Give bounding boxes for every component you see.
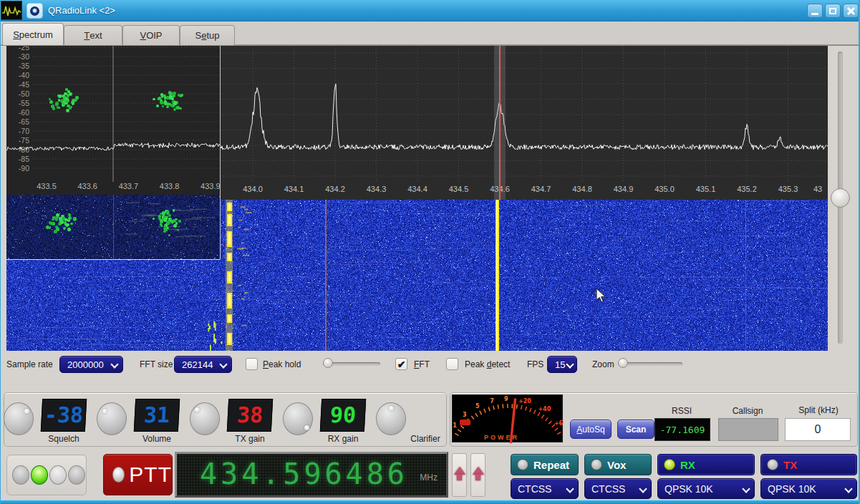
svg-text:1: 1 — [453, 422, 457, 429]
channel-led-2[interactable] — [31, 465, 48, 485]
radio-controls-panel: -38 Squelch 31 Volume 38 TX gain 90 RX g… — [1, 377, 860, 450]
freq-tick: 433.8 — [154, 182, 185, 190]
db-tick: -70 — [6, 127, 29, 135]
rssi-display: -77.1609 — [654, 418, 710, 441]
tone-tx-select[interactable]: CTCSS — [584, 478, 652, 499]
svg-text:9: 9 — [504, 396, 508, 402]
averaging-slider[interactable] — [323, 357, 380, 371]
constellation-dot — [55, 102, 59, 105]
frequency-unit: MHz — [420, 472, 438, 483]
db-tick: -85 — [6, 155, 29, 163]
minimize-icon — [811, 13, 818, 15]
svg-text:+40: +40 — [538, 406, 551, 412]
power-meter: 13579+20+40+60POWER — [452, 394, 563, 442]
peak-detect-checkbox[interactable] — [446, 358, 458, 370]
up-arrow-stem — [475, 474, 480, 480]
freq-tick-clipped: 43 — [813, 185, 828, 193]
close-button[interactable] — [843, 4, 859, 18]
clarifier-knob[interactable] — [376, 402, 406, 435]
freq-tick: 435.3 — [773, 185, 804, 193]
volume-knob[interactable] — [97, 402, 127, 435]
constellation-dot — [57, 106, 59, 108]
mode-rx-select[interactable]: QPSK 10K — [657, 478, 755, 499]
scan-label: Scan — [626, 425, 647, 435]
constellation-dot — [163, 212, 166, 215]
tone-rx-select[interactable]: CTCSS — [511, 478, 579, 499]
tab-setup[interactable]: Setup — [180, 25, 235, 45]
fft-size-value: 262144 — [182, 359, 213, 370]
app-logo-disc — [30, 6, 39, 16]
constellation-dot — [166, 210, 169, 213]
constellation-dot — [160, 93, 163, 96]
vertical-slider-handle[interactable] — [831, 188, 850, 208]
channel-led-1[interactable] — [12, 465, 29, 485]
maximize-button[interactable] — [825, 4, 841, 18]
frequency-up-button-2[interactable] — [470, 453, 485, 497]
rx-led-icon — [664, 459, 675, 470]
scan-button[interactable]: Scan — [617, 420, 654, 439]
ptt-button[interactable]: PTT — [103, 454, 173, 495]
secondary-waterfall[interactable] — [6, 195, 221, 260]
tx-toggle[interactable]: TX — [760, 454, 857, 475]
callsign-field[interactable] — [718, 418, 778, 441]
mode-tx-select[interactable]: QPSK 10K — [760, 478, 857, 499]
constellation-dot — [175, 218, 177, 220]
tab-voip[interactable]: VOIP — [122, 25, 180, 45]
frequency-up-button-1[interactable] — [452, 453, 467, 497]
tab-text[interactable]: Text — [64, 25, 122, 45]
mode-tx-value: QPSK 10K — [768, 483, 816, 495]
sample-rate-select[interactable]: 2000000 — [59, 356, 123, 373]
db-tick: -65 — [6, 117, 29, 126]
secondary-spectrum-panel[interactable]: -25-30-35-40-45-50-55-60-65-70-75-80-85-… — [6, 46, 221, 260]
tab-bar: Spectrum Text VOIP Setup — [1, 21, 860, 45]
tx-gain-knob[interactable] — [190, 402, 220, 435]
constellation-dot — [153, 218, 155, 220]
svg-text:3: 3 — [463, 412, 467, 418]
tuning-cursor[interactable] — [499, 46, 501, 200]
peak-hold-label: Peak hold — [263, 359, 301, 369]
freq-tick: 433.5 — [31, 182, 62, 190]
chevron-down-icon — [639, 485, 647, 493]
chevron-down-icon — [566, 360, 574, 368]
zoom-slider[interactable] — [618, 357, 682, 371]
vox-led-icon — [591, 459, 602, 470]
fps-select[interactable]: 15 — [547, 356, 577, 373]
fft-size-select[interactable]: 262144 — [174, 356, 232, 373]
channel-led-3[interactable] — [49, 465, 67, 485]
peak-hold-checkbox[interactable] — [246, 358, 258, 370]
mode-rx-value: QPSK 10K — [665, 483, 713, 495]
constellation-dot — [62, 102, 64, 105]
split-field[interactable]: 0 — [785, 418, 851, 441]
squelch-knob[interactable] — [4, 402, 34, 435]
slider-handle[interactable] — [618, 358, 628, 368]
db-tick: -30 — [6, 52, 29, 61]
squelch-display: -38 — [41, 399, 87, 432]
tab-spectrum[interactable]: Spectrum — [2, 23, 64, 45]
app-icon — [26, 3, 43, 19]
repeat-toggle[interactable]: Repeat — [511, 454, 579, 475]
freq-tick: 434.0 — [237, 185, 269, 193]
constellation-dot — [166, 220, 170, 224]
rx-label: RX — [680, 459, 695, 471]
spectrum-display[interactable]: 434.0434.1434.2434.3434.4434.5434.6434.7… — [221, 46, 828, 200]
vox-toggle[interactable]: Vox — [584, 454, 652, 475]
constellation-dot — [164, 218, 166, 220]
titlebar[interactable]: QRadioLink <2> — [1, 0, 860, 21]
mouse-cursor — [596, 288, 607, 304]
constellation-dot — [64, 92, 67, 95]
chevron-down-icon — [844, 485, 852, 493]
slider-handle[interactable] — [323, 358, 333, 368]
constellation-dot — [54, 230, 57, 233]
split-label: Split (kHz) — [783, 405, 854, 415]
rx-toggle[interactable]: RX — [657, 454, 755, 475]
plot-region: 434.0434.1434.2434.3434.4434.5434.6434.7… — [1, 45, 860, 351]
autosq-button[interactable]: AutoSq — [570, 420, 612, 439]
rx-gain-knob[interactable] — [283, 402, 313, 435]
tx-gain-display: 38 — [227, 399, 273, 432]
constellation-dot — [178, 220, 181, 223]
minimize-button[interactable] — [807, 4, 823, 18]
channel-led-4[interactable] — [68, 465, 85, 485]
chevron-down-icon — [219, 360, 227, 368]
constellation-dot — [166, 96, 169, 99]
fft-checkbox[interactable]: ✔ — [395, 358, 407, 370]
